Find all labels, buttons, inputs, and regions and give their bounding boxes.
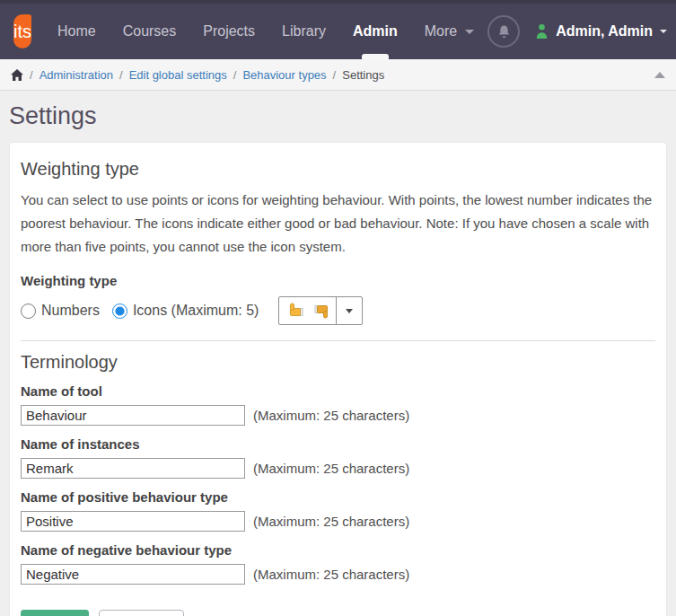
name-of-tool-input[interactable] [21, 405, 245, 426]
name-of-instances-input[interactable] [21, 458, 245, 479]
bell-icon [496, 24, 512, 40]
active-tab-indicator [362, 54, 389, 59]
settings-panel: Weighting type You can select to use poi… [9, 142, 667, 616]
section-divider [21, 340, 655, 341]
nav-item-courses[interactable]: Courses [110, 4, 190, 59]
icon-set-preview [279, 297, 336, 324]
breadcrumb-separator: / [233, 68, 237, 82]
nav-item-more[interactable]: More [411, 4, 487, 59]
breadcrumb-separator: / [119, 68, 123, 82]
caret-down-icon [346, 309, 353, 313]
weighting-type-label: Weighting type [21, 273, 655, 288]
home-icon [11, 69, 23, 81]
name-of-positive-input[interactable] [21, 511, 245, 532]
user-menu[interactable]: Admin, Admin [534, 23, 667, 40]
name-of-instances-label: Name of instances [21, 436, 655, 452]
user-chevron-down-icon [660, 30, 667, 33]
breadcrumb-link-behaviour-types[interactable]: Behaviour types [242, 68, 326, 82]
nav-item-admin-label: Admin [353, 23, 398, 40]
radio-option-icons: Icons (Maximum: 5) [112, 303, 259, 319]
breadcrumb-current: Settings [342, 68, 384, 82]
field-name-of-instances: Name of instances (Maximum: 25 character… [21, 436, 655, 479]
form-actions: Save Cancel [21, 610, 655, 616]
top-navbar: its Home Courses Projects Library Admin … [0, 0, 676, 59]
numbers-radio[interactable] [21, 304, 36, 319]
icons-radio[interactable] [112, 304, 127, 319]
field-name-of-positive-behaviour-type: Name of positive behaviour type (Maximum… [21, 489, 655, 532]
name-of-negative-hint: (Maximum: 25 characters) [253, 567, 409, 582]
nav-item-admin[interactable]: Admin [339, 4, 411, 59]
nav-item-more-label: More [425, 23, 457, 40]
thumb-up-icon [288, 303, 304, 319]
name-of-tool-label: Name of tool [21, 383, 655, 399]
notifications-button[interactable] [487, 15, 520, 48]
navbar-right: Admin, Admin [487, 15, 676, 48]
weighting-type-heading: Weighting type [21, 159, 655, 180]
name-of-negative-input[interactable] [21, 564, 245, 585]
user-name: Admin, Admin [556, 23, 653, 40]
breadcrumb-home-link[interactable] [11, 69, 23, 81]
dropdown-arrow-button[interactable] [336, 297, 362, 324]
breadcrumb-link-edit-global-settings[interactable]: Edit global settings [129, 68, 227, 82]
icon-set-dropdown[interactable] [278, 296, 363, 325]
breadcrumb-separator: / [333, 68, 337, 82]
weighting-type-description: You can select to use points or icons fo… [21, 189, 655, 258]
name-of-negative-label: Name of negative behaviour type [21, 542, 655, 558]
cancel-button[interactable]: Cancel [99, 610, 184, 616]
nav-item-home[interactable]: Home [44, 4, 110, 59]
collapse-up-icon[interactable] [654, 72, 665, 78]
name-of-positive-label: Name of positive behaviour type [21, 489, 655, 505]
field-name-of-negative-behaviour-type: Name of negative behaviour type (Maximum… [21, 542, 655, 585]
save-button[interactable]: Save [21, 610, 89, 616]
breadcrumb-link-administration[interactable]: Administration [40, 68, 113, 82]
breadcrumb: / Administration / Edit global settings … [0, 59, 676, 91]
thumb-down-icon [313, 303, 329, 319]
itslearning-logo[interactable]: its [13, 14, 31, 48]
name-of-tool-hint: (Maximum: 25 characters) [253, 408, 409, 423]
page-title: Settings [9, 102, 676, 130]
breadcrumb-separator: / [30, 68, 33, 82]
numbers-radio-label[interactable]: Numbers [41, 303, 100, 319]
terminology-heading: Terminology [21, 352, 655, 373]
chevron-down-icon [465, 30, 474, 34]
nav-item-projects[interactable]: Projects [189, 4, 268, 59]
field-name-of-tool: Name of tool (Maximum: 25 characters) [21, 383, 655, 426]
nav-item-library[interactable]: Library [268, 4, 339, 59]
radio-option-numbers: Numbers [21, 303, 100, 319]
icons-radio-label[interactable]: Icons (Maximum: 5) [133, 303, 259, 319]
name-of-instances-hint: (Maximum: 25 characters) [253, 461, 409, 476]
name-of-positive-hint: (Maximum: 25 characters) [253, 514, 409, 529]
weighting-type-options: Numbers Icons (Maximum: 5) [21, 296, 655, 325]
person-icon [534, 23, 549, 40]
